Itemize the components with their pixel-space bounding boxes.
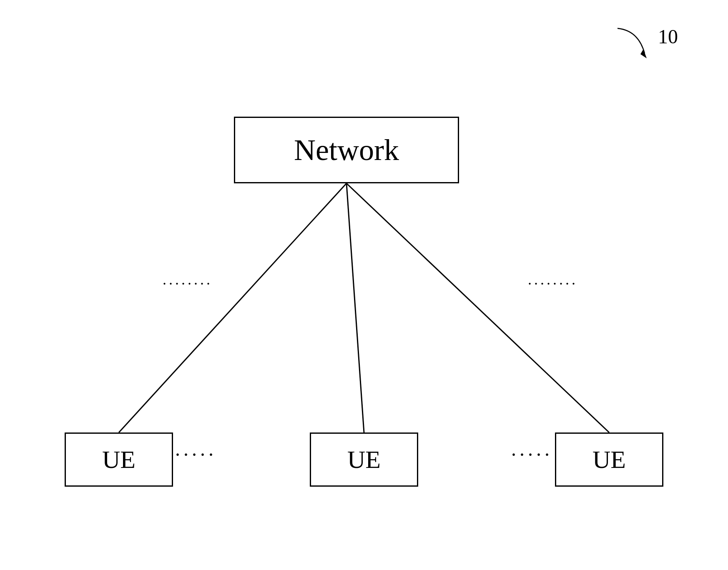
figure-arrow — [613, 24, 663, 68]
ue-box-right: UE — [555, 432, 663, 487]
ue-label-right: UE — [592, 445, 626, 474]
network-box: Network — [234, 117, 459, 183]
dots-line-right: ········ — [528, 275, 578, 292]
svg-marker-0 — [640, 49, 647, 58]
dots-ue-center-right: ····· — [511, 443, 553, 466]
svg-line-3 — [346, 183, 609, 432]
dots-line-left: ········ — [163, 275, 213, 292]
dots-ue-left-center: ····· — [175, 443, 217, 466]
ue-label-center: UE — [347, 445, 381, 474]
ue-box-center: UE — [310, 432, 418, 487]
ue-label-left: UE — [102, 445, 136, 474]
diagram-container: 10 Network UE UE UE ····· ····· ········… — [0, 0, 728, 570]
svg-line-1 — [119, 183, 346, 432]
ue-box-left: UE — [65, 432, 173, 487]
network-label: Network — [294, 133, 399, 168]
svg-line-2 — [346, 183, 364, 432]
figure-label: 10 — [658, 25, 678, 48]
